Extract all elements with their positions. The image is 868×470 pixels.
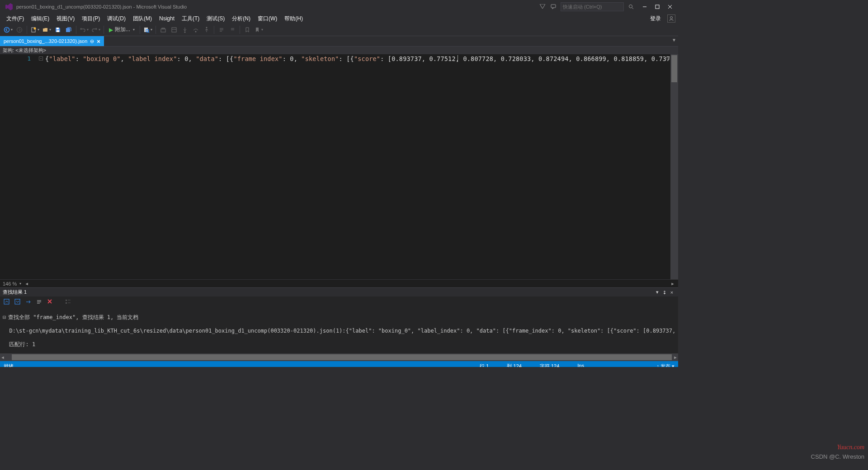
step-out-button[interactable] [202, 25, 212, 35]
find-horizontal-scrollbar[interactable]: ◄ ► [0, 353, 678, 361]
status-col: 列 124 [507, 363, 521, 367]
save-all-button[interactable] [64, 25, 74, 35]
menu-team[interactable]: 团队(M) [129, 14, 156, 24]
goto-location-icon[interactable] [24, 298, 32, 305]
tab-close-icon[interactable]: × [97, 38, 100, 45]
toolbox-button[interactable] [158, 25, 168, 35]
user-icon[interactable] [667, 14, 675, 23]
list-view-icon[interactable] [64, 298, 71, 305]
split-view-icon[interactable]: ⇆ [666, 55, 670, 61]
svg-rect-20 [162, 28, 165, 29]
quick-launch-input[interactable] [561, 2, 624, 11]
tab-active[interactable]: person01_boxing_...320-021320).json ⊖ × [0, 36, 104, 46]
find-match-count: 匹配行: 1 [3, 341, 675, 348]
svg-rect-39 [66, 302, 67, 304]
find-results-content[interactable]: ⊟查找全部 "frame_index", 查找结果 1, 当前文档 D:\st-… [0, 306, 678, 353]
menu-project[interactable]: 项目(P) [78, 14, 104, 24]
panel-close-icon[interactable]: × [668, 289, 675, 296]
vertical-scrollbar[interactable] [670, 54, 678, 279]
panel-pin-icon[interactable] [661, 289, 668, 296]
svg-rect-2 [551, 5, 556, 8]
find-result-line[interactable]: D:\st-gcn\mydata\training_lib_KTH_cut_6s… [3, 328, 675, 334]
undo-button[interactable]: ▾ [79, 27, 90, 33]
open-button[interactable]: ▾ [41, 27, 52, 33]
goto-prev-icon[interactable] [3, 298, 10, 305]
step-into-button[interactable] [180, 25, 190, 35]
login-link[interactable]: 登录 [646, 14, 665, 24]
hscroll-right-icon[interactable]: ► [670, 281, 675, 287]
status-ins: Ins [577, 363, 584, 367]
fhscroll-right-icon[interactable]: ► [673, 355, 678, 360]
scrollbar-thumb[interactable] [671, 55, 677, 82]
editor-footer-bar: 146 % ▾ ◄ ► [0, 279, 678, 287]
redo-button[interactable]: ▾ [90, 27, 101, 33]
menu-edit[interactable]: 编辑(E) [28, 14, 53, 24]
find-scrollbar-thumb[interactable] [12, 354, 672, 360]
status-publish[interactable]: ↑ 发布 ▾ [584, 363, 675, 367]
new-button[interactable]: ▾ [29, 27, 40, 33]
hscroll-left-icon[interactable]: ◄ [24, 281, 29, 287]
vs-logo-icon [5, 2, 14, 11]
menu-window[interactable]: 窗口(W) [254, 14, 281, 24]
menu-analyze[interactable]: 分析(N) [228, 14, 254, 24]
maximize-button[interactable] [651, 2, 664, 11]
close-button[interactable] [664, 2, 676, 11]
schema-bar[interactable]: 架构: <未选择架构> [0, 46, 678, 54]
svg-point-11 [17, 27, 22, 32]
zoom-caret-icon[interactable]: ▾ [19, 282, 21, 286]
notifications-icon[interactable] [539, 3, 546, 10]
status-ready: 就绪 [4, 363, 480, 367]
panel-menu-icon[interactable]: ▾ [654, 289, 661, 296]
svg-rect-31 [4, 299, 9, 304]
goto-next-icon[interactable] [14, 298, 21, 305]
svg-line-4 [632, 8, 633, 9]
fold-toggle-icon[interactable]: - [39, 56, 43, 61]
attach-button[interactable]: ▶ 附加... ▾ [106, 26, 137, 33]
menu-nsight[interactable]: Nsight [156, 14, 178, 23]
attach-label: 附加... [115, 26, 130, 33]
stop-search-icon[interactable] [46, 298, 53, 305]
find-results-title: 查找结果 1 [3, 289, 654, 296]
schema-value: <未选择架构> [15, 47, 46, 54]
step-over-button[interactable] [191, 25, 201, 35]
bookmark-button[interactable] [242, 25, 252, 35]
svg-point-23 [184, 31, 186, 33]
menu-tools[interactable]: 工具(T) [178, 14, 203, 24]
text-cursor [458, 55, 458, 62]
pin-icon[interactable]: ⊖ [90, 38, 94, 44]
line-numbers: 1 [0, 54, 36, 279]
code-editor[interactable]: 1 - {"label": "boxing_0", "label_index":… [0, 54, 678, 279]
save-button[interactable] [53, 25, 63, 35]
comment-button[interactable] [217, 25, 226, 35]
title-bar: person01_boxing_d1_uncomp(003320-021320)… [0, 0, 678, 14]
find-in-files-button[interactable]: ▾ [142, 27, 153, 33]
search-icon[interactable] [627, 4, 635, 9]
line-number: 1 [0, 55, 31, 62]
status-char: 字符 124 [540, 363, 559, 367]
menu-help[interactable]: 帮助(H) [281, 14, 307, 24]
nav-forward-button[interactable] [14, 25, 24, 35]
code-content[interactable]: {"label": "boxing_0", "label_index": 0, … [45, 55, 670, 62]
clear-results-icon[interactable] [35, 298, 42, 305]
menu-debug[interactable]: 调试(D) [104, 14, 129, 24]
zoom-level[interactable]: 146 % [3, 281, 17, 287]
properties-button[interactable] [169, 25, 179, 35]
find-results-title-bar: 查找结果 1 ▾ × [0, 287, 678, 296]
menu-view[interactable]: 视图(V) [53, 14, 78, 24]
nav-back-button[interactable]: ▾ [3, 27, 14, 33]
svg-point-3 [629, 5, 632, 8]
menu-file[interactable]: 文件(F) [3, 14, 28, 24]
find-results-toolbar [0, 296, 678, 306]
expand-icon[interactable]: ⊟ [3, 314, 8, 321]
horizontal-scrollbar[interactable] [32, 280, 667, 287]
tab-overflow-icon[interactable]: ▼ [672, 38, 676, 42]
menu-bar: 文件(F) 编辑(E) 视图(V) 项目(P) 调试(D) 团队(M) Nsig… [0, 14, 678, 24]
feedback-icon[interactable] [550, 3, 557, 10]
bookmark-dropdown[interactable]: ▾ [253, 27, 264, 33]
menu-test[interactable]: 测试(S) [203, 14, 228, 24]
tab-label: person01_boxing_...320-021320).json [4, 38, 87, 44]
main-toolbar: ▾ ▾ ▾ ▾ ▾ ▶ 附加... ▾ ▾ [0, 24, 678, 36]
minimize-button[interactable] [638, 2, 651, 11]
uncomment-button[interactable] [227, 25, 237, 35]
fhscroll-left-icon[interactable]: ◄ [0, 355, 5, 360]
